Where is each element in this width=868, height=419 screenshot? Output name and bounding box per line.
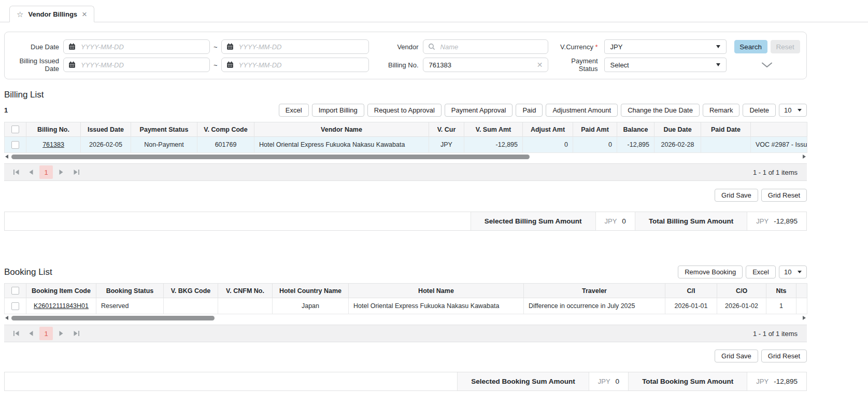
billing-table-row[interactable]: 761383 2026-02-05 Non-Payment 601769 Hot… bbox=[5, 137, 807, 153]
tab-vendor-billings[interactable]: ☆ Vendor Billings × bbox=[9, 6, 94, 22]
request-to-approval-button[interactable]: Request to Approval bbox=[367, 104, 442, 117]
row-checkbox[interactable] bbox=[11, 141, 19, 149]
v-cnfm-no-cell bbox=[218, 298, 273, 314]
ci-cell: 2026-01-01 bbox=[665, 298, 717, 314]
current-page-button[interactable]: 1 bbox=[39, 165, 53, 179]
first-page-icon[interactable] bbox=[9, 165, 23, 179]
col-hotel-country-name[interactable]: Hotel Country Name bbox=[273, 284, 349, 298]
remove-booking-button[interactable]: Remove Booking bbox=[678, 266, 743, 278]
calendar-icon bbox=[68, 43, 76, 50]
scrollbar-thumb[interactable] bbox=[11, 316, 215, 320]
v-currency-select[interactable]: JPY bbox=[604, 39, 727, 54]
booking-table-row[interactable]: K26012111843H01 Reserved Japan Hotel Ori… bbox=[5, 298, 807, 314]
import-billing-button[interactable]: Import Billing bbox=[312, 104, 364, 117]
col-co[interactable]: C/O bbox=[717, 284, 766, 298]
billing-grid-reset-button[interactable]: Grid Reset bbox=[761, 189, 807, 202]
billing-pagination-info: 1 - 1 of 1 items bbox=[753, 169, 802, 176]
billing-grid-save-button[interactable]: Grid Save bbox=[715, 189, 758, 202]
payment-status-value: Select bbox=[610, 61, 629, 69]
v-currency-value: JPY bbox=[610, 43, 623, 51]
booking-horizontal-scrollbar[interactable] bbox=[4, 315, 807, 322]
col-booking-item-code[interactable]: Booking Item Code bbox=[26, 284, 96, 298]
col-v-sum-amt[interactable]: V. Sum Amt bbox=[464, 122, 523, 137]
col-v-bkg-code[interactable]: V. BKG Code bbox=[164, 284, 218, 298]
col-traveler[interactable]: Traveler bbox=[524, 284, 665, 298]
billing-issued-date-to-input[interactable] bbox=[221, 58, 369, 72]
col-v-comp-code[interactable]: V. Comp Code bbox=[197, 122, 254, 137]
booking-item-code-link[interactable]: K26012111843H01 bbox=[34, 302, 89, 310]
next-page-icon[interactable] bbox=[54, 165, 68, 179]
billing-issued-date-from-input[interactable] bbox=[63, 58, 210, 72]
col-nts[interactable]: Nts bbox=[766, 284, 796, 298]
excel-button[interactable]: Excel bbox=[279, 104, 309, 117]
col-booking-status[interactable]: Booking Status bbox=[96, 284, 164, 298]
selected-booking-sum-value: JPY 0 bbox=[589, 372, 628, 390]
remark-button[interactable]: Remark bbox=[703, 104, 740, 117]
col-due-date[interactable]: Due Date bbox=[654, 122, 701, 137]
billing-issued-date-to-field[interactable] bbox=[238, 61, 364, 69]
payment-approval-button[interactable]: Payment Approval bbox=[445, 104, 513, 117]
booking-grid-save-button[interactable]: Grid Save bbox=[715, 350, 758, 362]
scroll-left-icon[interactable] bbox=[5, 155, 8, 159]
select-all-checkbox[interactable] bbox=[11, 125, 19, 133]
select-all-checkbox[interactable] bbox=[11, 287, 19, 295]
search-icon bbox=[428, 43, 435, 50]
due-date-to-field[interactable] bbox=[238, 43, 364, 51]
col-balance[interactable]: Balance bbox=[617, 122, 654, 137]
due-date-from-field[interactable] bbox=[80, 43, 205, 51]
col-remark[interactable] bbox=[751, 122, 807, 137]
first-page-icon[interactable] bbox=[9, 327, 23, 340]
vendor-name-field[interactable] bbox=[439, 43, 543, 51]
booking-grid-reset-button[interactable]: Grid Reset bbox=[761, 350, 807, 362]
col-payment-status[interactable]: Payment Status bbox=[131, 122, 197, 137]
col-extra[interactable] bbox=[796, 284, 807, 298]
billing-page-size-select[interactable]: 10 bbox=[779, 104, 807, 117]
reset-button[interactable]: Reset bbox=[771, 40, 800, 53]
select-all-header[interactable] bbox=[5, 284, 26, 298]
scroll-left-icon[interactable] bbox=[5, 316, 8, 320]
col-billing-no[interactable]: Billing No. bbox=[26, 122, 81, 137]
delete-button[interactable]: Delete bbox=[743, 104, 776, 117]
select-all-header[interactable] bbox=[5, 122, 26, 137]
billing-no-link[interactable]: 761383 bbox=[42, 141, 64, 148]
col-paid-amt[interactable]: Paid Amt bbox=[573, 122, 617, 137]
adjustment-amount-button[interactable]: Adjustment Amount bbox=[546, 104, 618, 117]
billing-no-input[interactable]: ✕ bbox=[423, 58, 548, 72]
col-issued-date[interactable]: Issued Date bbox=[81, 122, 131, 137]
row-checkbox[interactable] bbox=[11, 302, 19, 310]
star-icon[interactable]: ☆ bbox=[17, 10, 23, 18]
billing-horizontal-scrollbar[interactable] bbox=[4, 153, 807, 160]
col-v-cur[interactable]: V. Cur bbox=[429, 122, 464, 137]
change-due-date-button[interactable]: Change the Due Date bbox=[621, 104, 700, 117]
col-ci[interactable]: C/I bbox=[665, 284, 717, 298]
scroll-right-icon[interactable] bbox=[803, 316, 806, 320]
payment-status-select[interactable]: Select bbox=[604, 58, 727, 72]
col-hotel-name[interactable]: Hotel Name bbox=[349, 284, 524, 298]
scrollbar-thumb[interactable] bbox=[11, 155, 530, 159]
col-paid-date[interactable]: Paid Date bbox=[701, 122, 751, 137]
col-vendor-name[interactable]: Vendor Name bbox=[254, 122, 429, 137]
last-page-icon[interactable] bbox=[69, 165, 83, 179]
billing-no-field[interactable] bbox=[428, 61, 533, 69]
booking-excel-button[interactable]: Excel bbox=[746, 266, 776, 278]
prev-page-icon[interactable] bbox=[24, 327, 38, 340]
close-icon[interactable]: × bbox=[82, 10, 87, 19]
search-button[interactable]: Search bbox=[734, 40, 767, 53]
scroll-right-icon[interactable] bbox=[803, 155, 806, 159]
filter-expand-toggle[interactable] bbox=[734, 62, 800, 68]
prev-page-icon[interactable] bbox=[24, 165, 38, 179]
booking-page-size-select[interactable]: 10 bbox=[779, 266, 807, 278]
vendor-search-input[interactable] bbox=[423, 39, 548, 54]
due-date-to-input[interactable] bbox=[221, 39, 369, 54]
next-page-icon[interactable] bbox=[54, 327, 68, 340]
current-page-button[interactable]: 1 bbox=[39, 327, 53, 340]
selected-billing-sum-value: JPY 0 bbox=[596, 212, 635, 230]
remark-cell: VOC #2987 - Issue I bbox=[751, 137, 807, 153]
col-v-cnfm-no[interactable]: V. CNFM No. bbox=[218, 284, 273, 298]
clear-icon[interactable]: ✕ bbox=[537, 61, 543, 68]
col-adjust-amt[interactable]: Adjust Amt bbox=[523, 122, 573, 137]
billing-issued-date-from-field[interactable] bbox=[80, 61, 205, 69]
last-page-icon[interactable] bbox=[69, 327, 83, 340]
due-date-from-input[interactable] bbox=[63, 39, 210, 54]
paid-button[interactable]: Paid bbox=[516, 104, 543, 117]
